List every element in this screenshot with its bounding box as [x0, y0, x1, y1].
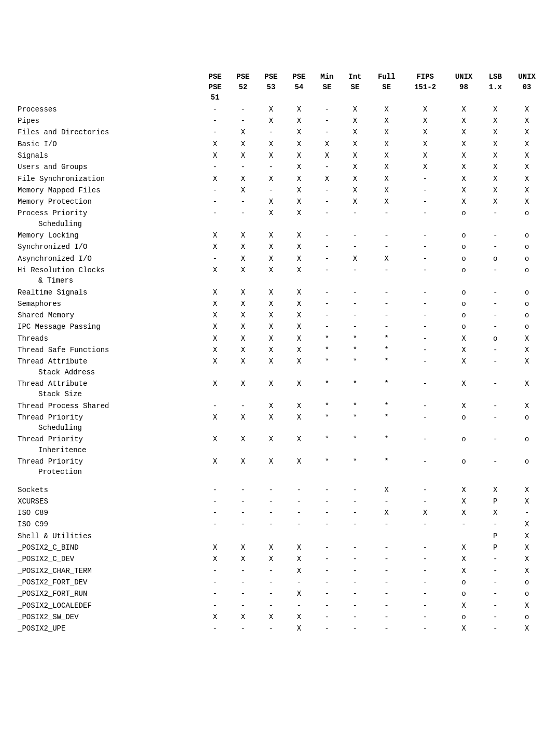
minse-header: MinSE	[313, 71, 341, 104]
intse-cell: X	[341, 104, 369, 115]
fullse-cell: -	[369, 287, 404, 298]
pse51-cell: -	[201, 185, 229, 196]
feature-cell: Pipes	[16, 115, 201, 127]
pse53-cell: -	[257, 623, 285, 634]
pse52-cell: X	[229, 173, 257, 185]
feature-cell: Basic I/O	[16, 138, 201, 150]
unix98-cell: X	[446, 356, 482, 378]
intse-cell	[341, 530, 369, 542]
feature-cell: Semaphores	[16, 298, 201, 310]
table-row: Thread AttributeStack SizeXXXX***-X-X	[16, 378, 544, 400]
pse51-cell: X	[201, 298, 229, 310]
minse-cell: -	[313, 565, 341, 577]
intse-cell: -	[341, 321, 369, 332]
feature-cell: _POSIX2_C_BIND	[16, 542, 201, 553]
unix98-cell: X	[446, 565, 482, 577]
pse52-header: PSE52	[229, 71, 257, 104]
unix98-cell: X	[446, 344, 482, 356]
unix98-cell: X	[446, 623, 482, 634]
intse-cell: X	[341, 161, 369, 173]
feature-cell: Realtime Signals	[16, 287, 201, 298]
pse52-cell: X	[229, 264, 257, 287]
intse-cell: -	[341, 310, 369, 321]
pse53-cell: X	[257, 264, 285, 287]
minse-cell: -	[313, 600, 341, 611]
fips-cell: -	[404, 344, 446, 356]
minse-cell: *	[313, 400, 341, 412]
unix98-cell: X	[446, 400, 482, 412]
feature-cell: Synchronized I/O	[16, 241, 201, 253]
table-row: ISO C99----------X	[16, 519, 544, 530]
fips-cell: -	[404, 298, 446, 310]
feature-cell: Memory Protection	[16, 196, 201, 207]
intse-cell: X	[341, 253, 369, 264]
feature-cell: Thread PriorityInheritence	[16, 434, 201, 456]
lsb-cell: X	[481, 196, 509, 207]
table-row	[16, 478, 544, 484]
pse51-cell: -	[201, 115, 229, 127]
pse51-cell: -	[201, 484, 229, 496]
pse53-cell: X	[257, 611, 285, 623]
pse54-cell: -	[285, 600, 313, 611]
minse-cell: -	[313, 623, 341, 634]
fips-header: FIPS151-2	[404, 71, 446, 104]
pse53-cell: X	[257, 207, 285, 230]
pse53-cell: X	[257, 321, 285, 332]
unix98-cell: X	[446, 196, 482, 207]
pse51-cell: -	[201, 253, 229, 264]
fips-cell: -	[404, 378, 446, 400]
fullse-cell: -	[369, 207, 404, 230]
lsb-cell: X	[481, 185, 509, 196]
fips-cell: -	[404, 241, 446, 253]
lsb-cell: P	[481, 496, 509, 507]
pse53-cell: -	[257, 565, 285, 577]
pse51-cell: X	[201, 287, 229, 298]
feature-cell: XCURSES	[16, 496, 201, 507]
fips-cell: -	[404, 356, 446, 378]
lsb-cell: X	[481, 507, 509, 519]
fullse-cell: -	[369, 298, 404, 310]
fullse-cell: X	[369, 127, 404, 138]
pse52-cell: -	[229, 496, 257, 507]
unix03-cell: X	[509, 378, 544, 400]
fullse-cell: *	[369, 456, 404, 478]
feature-cell: Users and Groups	[16, 161, 201, 173]
intse-header: IntSE	[341, 71, 369, 104]
pse53-cell: X	[257, 456, 285, 478]
unix03-cell: o	[509, 207, 544, 230]
fullse-cell: -	[369, 542, 404, 553]
table-row: Thread PriorityInheritenceXXXX***-o-o	[16, 434, 544, 456]
minse-cell: -	[313, 115, 341, 127]
unix03-cell: o	[509, 230, 544, 241]
pse53-cell: X	[257, 104, 285, 115]
table-row: Thread Process Shared--XX***-X-X	[16, 400, 544, 412]
pse51-cell: X	[201, 264, 229, 287]
intse-cell: -	[341, 264, 369, 287]
pse54-cell: -	[285, 496, 313, 507]
pse52-cell: X	[229, 287, 257, 298]
pse54-cell: X	[285, 310, 313, 321]
pse51-cell: X	[201, 378, 229, 400]
pse51-cell: -	[201, 600, 229, 611]
pse53-cell: X	[257, 412, 285, 434]
unix03-cell: X	[509, 150, 544, 161]
table-row: Memory LockingXXXX----o-o	[16, 230, 544, 241]
unix03-cell: X	[509, 196, 544, 207]
pse53-cell: -	[257, 185, 285, 196]
intse-cell: X	[341, 173, 369, 185]
unix03-cell: X	[509, 484, 544, 496]
pse53-cell: X	[257, 150, 285, 161]
unix03-cell: X	[509, 333, 544, 344]
fullse-cell: *	[369, 412, 404, 434]
lsb-cell: -	[481, 356, 509, 378]
pse54-cell: X	[285, 298, 313, 310]
pse54-cell: X	[285, 553, 313, 565]
feature-cell: Thread PriorityProtection	[16, 456, 201, 478]
pse52-cell: X	[229, 412, 257, 434]
pse54-cell: X	[285, 207, 313, 230]
pse51-cell: X	[201, 173, 229, 185]
fullse-cell: -	[369, 310, 404, 321]
minse-cell: -	[313, 161, 341, 173]
intse-cell: *	[341, 434, 369, 456]
table-row: Basic I/OXXXXXXXXXXX	[16, 138, 544, 150]
